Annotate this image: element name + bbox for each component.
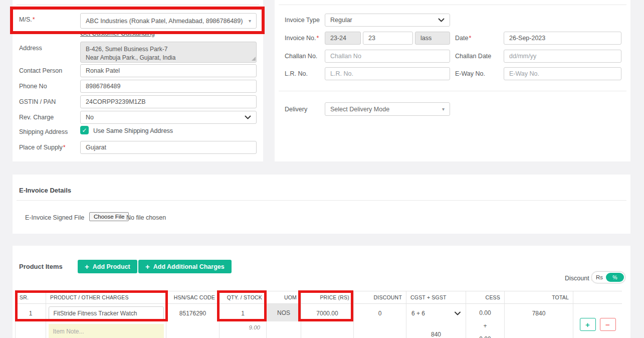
- add-additional-charges-button[interactable]: + Add Additional Charges: [138, 260, 232, 273]
- plus-icon: +: [85, 263, 89, 270]
- contact-person-label: Contact Person: [19, 67, 62, 74]
- col-header-sr: SR.: [16, 291, 46, 304]
- row-actions-cell: + −: [573, 304, 622, 338]
- customer-select-value: ABC Industries (Ronak Patel, Ahmedabad, …: [86, 18, 243, 25]
- col-header-uom: UOM: [267, 291, 301, 304]
- row-cess-cell: 0.00 + 0.00: [466, 304, 505, 338]
- col-header-cess: CESS: [466, 291, 505, 304]
- rev-charge-select[interactable]: No: [80, 111, 257, 124]
- address-label: Address: [19, 45, 42, 52]
- row-total-cell: 7840: [505, 304, 573, 338]
- cess-value-bottom: 0.00: [466, 335, 504, 338]
- ms-label: M/S.*: [19, 16, 35, 23]
- col-header-discount: DISCOUNT: [354, 291, 406, 304]
- chevron-down-icon: [438, 18, 445, 22]
- address-textarea[interactable]: B-426, Sumel Business Park-7 Near Ambuja…: [80, 42, 257, 63]
- same-shipping-checkbox-label: Use Same Shipping Address: [93, 127, 173, 134]
- uom-value: NOS: [267, 304, 301, 321]
- einvoice-file-label: E-Invoice Signed File: [25, 214, 84, 221]
- qty-input[interactable]: 1: [220, 310, 266, 317]
- discount-percent-option[interactable]: %: [606, 273, 624, 282]
- row-uom-cell: NOS: [267, 304, 301, 338]
- date-label: Date*: [455, 35, 471, 42]
- row-gst-cell: 6 + 6 840: [406, 304, 466, 338]
- col-header-gst: CGST + SGST: [406, 291, 466, 304]
- caret-down-icon: ▾: [249, 19, 251, 24]
- delivery-mode-select[interactable]: Select Delivery Mode ▾: [325, 102, 450, 116]
- gst-rate-value: 6 + 6: [411, 310, 425, 317]
- challan-no-label: Challan No.: [285, 53, 317, 60]
- divider: [279, 5, 626, 5]
- col-header-price: PRICE (RS): [301, 291, 354, 304]
- col-header-product: PRODUCT / OTHER CHARGES: [46, 291, 166, 304]
- gst-rate-select[interactable]: 6 + 6: [406, 310, 466, 317]
- same-shipping-checkbox[interactable]: ✓: [80, 126, 89, 134]
- invoice-form-page: M/S.* ABC Industries (Ronak Patel, Ahmed…: [0, 0, 644, 338]
- check-icon: ✓: [82, 127, 87, 134]
- lr-no-label: L.R. No.: [285, 70, 308, 77]
- discount-label: Discount :: [565, 275, 593, 282]
- shipping-address-label: Shipping Address: [19, 128, 68, 135]
- customer-select[interactable]: ABC Industries (Ronak Patel, Ahmedabad, …: [80, 13, 257, 29]
- row-discount-cell: 0: [354, 304, 406, 338]
- delivery-mode-value: Select Delivery Mode: [330, 106, 389, 113]
- cess-plus-sign: +: [466, 322, 504, 329]
- discount-rs-option[interactable]: Rs: [592, 274, 607, 280]
- challan-no-input[interactable]: [325, 50, 450, 63]
- chevron-down-icon: [455, 311, 461, 315]
- product-items-title: Product Items: [19, 263, 63, 270]
- resize-handle-icon: [252, 57, 256, 61]
- plus-icon: +: [585, 320, 590, 329]
- einvoice-details-panel: [13, 175, 630, 234]
- col-header-actions: [573, 291, 622, 304]
- product-name-input[interactable]: [49, 306, 164, 320]
- invoice-type-label: Invoice Type: [285, 17, 320, 24]
- no-file-chosen-text: No file chosen: [126, 214, 166, 221]
- invoice-no-label: Invoice No.*: [285, 35, 319, 42]
- invoice-no-input[interactable]: [363, 32, 413, 45]
- invoice-date-input[interactable]: [504, 32, 621, 45]
- item-note-textarea[interactable]: [49, 324, 164, 338]
- einvoice-section-title: E-Invoice Details: [19, 187, 71, 194]
- divider: [17, 200, 626, 201]
- place-of-supply-label: Place of Supply*: [19, 144, 66, 151]
- challan-date-input[interactable]: [504, 50, 621, 63]
- invoice-type-select[interactable]: Regular: [325, 14, 450, 27]
- add-row-button[interactable]: +: [580, 318, 596, 331]
- row-qty-cell: 1 9.00: [220, 304, 267, 338]
- row-total-value: 7840: [505, 310, 573, 317]
- chevron-down-icon: [245, 115, 251, 119]
- add-product-button[interactable]: + Add Product: [78, 260, 137, 273]
- col-header-hsn: HSN/SAC CODE: [166, 291, 220, 304]
- gstin-pan-input[interactable]: [80, 95, 257, 108]
- plus-icon: +: [145, 263, 150, 270]
- lr-no-input[interactable]: [325, 67, 450, 80]
- phone-input[interactable]: [80, 80, 257, 93]
- invoice-no-suffix-input: [415, 32, 450, 45]
- choose-file-button[interactable]: Choose File: [89, 212, 129, 221]
- place-of-supply-input[interactable]: [80, 141, 257, 154]
- delivery-label: Delivery: [285, 106, 307, 113]
- minus-icon: −: [605, 320, 610, 329]
- caret-down-icon: ▾: [442, 107, 445, 112]
- gstin-pan-label: GSTIN / PAN: [19, 98, 56, 105]
- col-header-total: TOTAL: [505, 291, 573, 304]
- invoice-type-value: Regular: [330, 17, 352, 24]
- discount-unit-toggle[interactable]: Rs %: [591, 271, 625, 283]
- discount-input[interactable]: 0: [354, 310, 406, 317]
- product-items-table: SR. PRODUCT / OTHER CHARGES HSN/SAC CODE…: [15, 291, 621, 338]
- cess-value-top: 0.00: [466, 309, 504, 316]
- row-price-cell: 7000.00: [301, 304, 354, 338]
- rev-charge-value: No: [86, 114, 94, 121]
- divider: [17, 5, 259, 5]
- eway-no-label: E-Way No.: [455, 70, 485, 77]
- price-input[interactable]: 7000.00: [301, 310, 353, 317]
- col-header-qty: QTY. / STOCK: [220, 291, 267, 304]
- gst-amount: 840: [406, 331, 466, 338]
- row-hsn-cell: 85176290: [166, 304, 220, 338]
- row-sr-cell: 1: [16, 304, 46, 338]
- remove-row-button[interactable]: −: [600, 318, 616, 331]
- contact-person-input[interactable]: [80, 64, 257, 77]
- get-customer-outstanding-link[interactable]: Get Customer Outstanding: [80, 30, 155, 37]
- eway-no-input[interactable]: [504, 67, 621, 80]
